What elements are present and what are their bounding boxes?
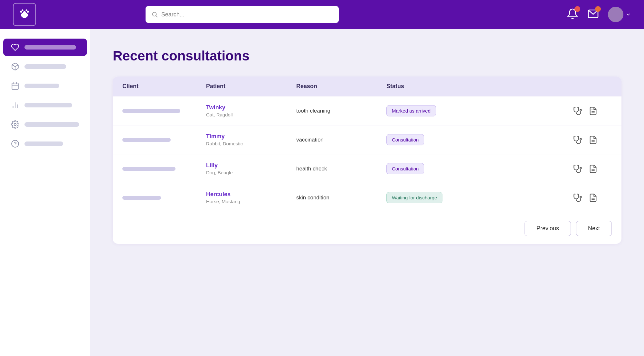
client-bar xyxy=(122,138,171,142)
logo[interactable] xyxy=(13,3,36,26)
sidebar-dashboard-label xyxy=(24,45,76,50)
client-bar xyxy=(122,109,180,113)
status-badge-2: Consultation xyxy=(386,163,424,174)
status-cell-3: Waiting for discharge xyxy=(386,192,573,203)
notifications-badge xyxy=(574,6,580,12)
notifications-button[interactable] xyxy=(567,8,578,21)
messages-badge xyxy=(595,6,601,12)
document-icon-3[interactable] xyxy=(589,193,598,202)
box-icon xyxy=(11,62,19,71)
status-cell-1: Consultation xyxy=(386,134,573,145)
patient-breed-2: Dog, Beagle xyxy=(206,170,296,175)
row-actions-3 xyxy=(573,193,612,202)
status-cell-2: Consultation xyxy=(386,163,573,174)
patient-name-1[interactable]: Timmy xyxy=(206,133,296,140)
stethoscope-icon-3[interactable] xyxy=(573,193,582,202)
svg-point-21 xyxy=(580,138,582,140)
svg-point-3 xyxy=(26,9,27,11)
header-actions xyxy=(567,7,631,22)
document-icon-2[interactable] xyxy=(589,164,598,173)
table-row: Twinky Cat, Ragdoll tooth cleaning Marke… xyxy=(113,96,621,125)
sidebar-settings-label xyxy=(24,122,79,127)
client-cell-3 xyxy=(122,196,206,200)
status-badge-3: Waiting for discharge xyxy=(386,192,442,203)
svg-line-5 xyxy=(156,16,157,17)
status-badge-1: Consultation xyxy=(386,134,424,145)
consultations-table: Client Patient Reason Status Twinky Cat,… xyxy=(113,77,621,244)
col-status: Status xyxy=(386,83,573,90)
patient-cell-0: Twinky Cat, Ragdoll xyxy=(206,104,296,117)
client-bar xyxy=(122,196,161,200)
sidebar-item-settings[interactable] xyxy=(3,116,87,133)
next-button[interactable]: Next xyxy=(576,221,612,236)
sidebar-item-dashboard[interactable] xyxy=(3,39,87,56)
patient-cell-1: Timmy Rabbit, Domestic xyxy=(206,133,296,146)
svg-point-18 xyxy=(580,109,582,111)
status-badge-0: Marked as arrived xyxy=(386,105,436,116)
svg-point-4 xyxy=(152,12,156,16)
gear-icon xyxy=(11,120,19,129)
patient-breed-0: Cat, Ragdoll xyxy=(206,112,296,117)
row-actions-2 xyxy=(573,164,612,173)
main-content: Recent consultations Client Patient Reas… xyxy=(90,29,644,356)
svg-point-24 xyxy=(580,167,582,169)
table-row: Hercules Horse, Mustang skin condition W… xyxy=(113,183,621,212)
reason-1: vaccination xyxy=(296,137,386,143)
svg-point-1 xyxy=(27,11,29,13)
col-reason: Reason xyxy=(296,83,386,90)
table-row: Timmy Rabbit, Domestic vaccination Consu… xyxy=(113,125,621,154)
patient-cell-3: Hercules Horse, Mustang xyxy=(206,191,296,204)
stethoscope-icon-2[interactable] xyxy=(573,164,582,173)
chevron-down-icon xyxy=(625,12,631,17)
sidebar-item-inventory[interactable] xyxy=(3,58,87,75)
avatar xyxy=(608,7,623,22)
sidebar-calendar-label xyxy=(24,84,59,88)
col-patient: Patient xyxy=(206,83,296,90)
svg-point-16 xyxy=(12,140,19,147)
paw-icon xyxy=(18,8,31,21)
col-actions xyxy=(573,83,612,90)
reason-0: tooth cleaning xyxy=(296,108,386,114)
sidebar-help-label xyxy=(24,141,63,146)
sidebar-item-analytics[interactable] xyxy=(3,96,87,114)
row-actions-1 xyxy=(573,135,612,144)
client-bar xyxy=(122,167,175,171)
svg-point-15 xyxy=(14,123,16,126)
sidebar-item-help[interactable] xyxy=(3,135,87,152)
stethoscope-icon-0[interactable] xyxy=(573,106,582,115)
patient-breed-3: Horse, Mustang xyxy=(206,199,296,204)
client-cell-1 xyxy=(122,138,206,142)
patient-name-3[interactable]: Hercules xyxy=(206,191,296,198)
table-row: Lilly Dog, Beagle health check Consultat… xyxy=(113,154,621,183)
patient-name-0[interactable]: Twinky xyxy=(206,104,296,111)
table-header: Client Patient Reason Status xyxy=(113,77,621,96)
reason-2: health check xyxy=(296,166,386,172)
user-avatar-group[interactable] xyxy=(608,7,631,22)
search-icon xyxy=(151,11,158,18)
svg-point-2 xyxy=(22,9,23,11)
patient-name-2[interactable]: Lilly xyxy=(206,162,296,169)
help-icon xyxy=(11,140,19,148)
row-actions-0 xyxy=(573,106,612,115)
col-client: Client xyxy=(122,83,206,90)
patient-breed-1: Rabbit, Domestic xyxy=(206,141,296,146)
document-icon-1[interactable] xyxy=(589,135,598,144)
header xyxy=(0,0,644,29)
client-cell-0 xyxy=(122,109,206,113)
reason-3: skin condition xyxy=(296,195,386,201)
sidebar-inventory-label xyxy=(24,64,66,69)
search-input[interactable] xyxy=(161,11,333,18)
previous-button[interactable]: Previous xyxy=(525,221,571,236)
svg-rect-8 xyxy=(12,83,18,89)
status-cell-0: Marked as arrived xyxy=(386,105,573,116)
messages-button[interactable] xyxy=(587,8,599,21)
document-icon-0[interactable] xyxy=(589,106,598,115)
search-bar xyxy=(146,6,339,23)
calendar-icon xyxy=(11,82,19,90)
sidebar-analytics-label xyxy=(24,103,72,107)
sidebar-item-calendar[interactable] xyxy=(3,77,87,95)
stethoscope-icon-1[interactable] xyxy=(573,135,582,144)
patient-cell-2: Lilly Dog, Beagle xyxy=(206,162,296,175)
client-cell-2 xyxy=(122,167,206,171)
pagination: Previous Next xyxy=(113,212,621,244)
